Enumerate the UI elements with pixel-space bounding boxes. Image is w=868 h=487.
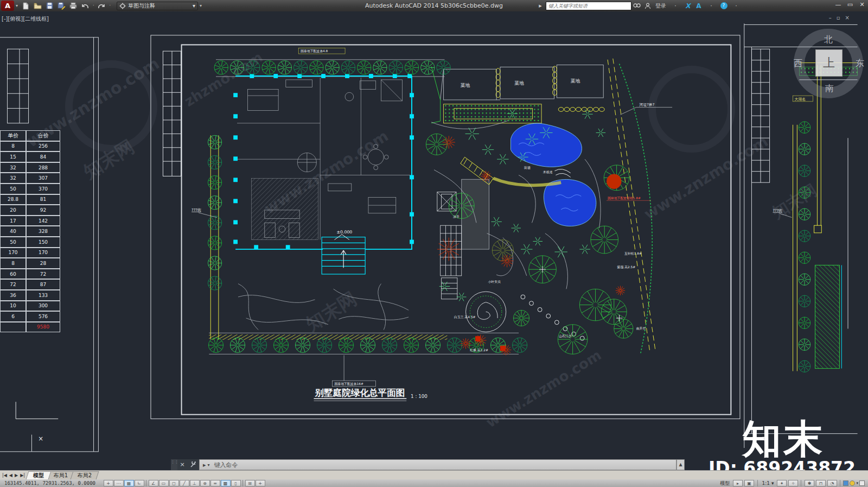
transparency-toggle[interactable]: ▩ bbox=[221, 480, 231, 486]
command-prompt-icon: ▸ bbox=[203, 461, 206, 469]
price-table-row: 1584 bbox=[0, 151, 61, 162]
lineweight-toggle[interactable]: ≡ bbox=[210, 480, 220, 486]
price-table-row: 6576 bbox=[0, 311, 61, 322]
quick-properties-toggle[interactable]: ▯ bbox=[231, 480, 241, 486]
lagerstroemia-label: 紫薇 高2.5# bbox=[617, 265, 636, 269]
autocad-app-logo[interactable]: A bbox=[1, 1, 14, 11]
3dosnap-toggle[interactable]: ◻ bbox=[169, 480, 179, 486]
viewcube-east[interactable]: 东 bbox=[856, 58, 864, 69]
deck-label: 木栈道 bbox=[542, 170, 553, 174]
workspace-switching-icon[interactable]: ✱ bbox=[805, 480, 814, 486]
user-icon[interactable] bbox=[642, 2, 653, 10]
price-table-row: 10300 bbox=[0, 301, 61, 312]
price-table-row: 17142 bbox=[0, 216, 61, 226]
undo-button[interactable] bbox=[80, 1, 91, 11]
drawing-canvas[interactable]: [-][俯视][二维线框] – ▫ × bbox=[0, 11, 868, 470]
infer-constraints-toggle[interactable]: + bbox=[104, 480, 113, 486]
qat-customize-caret[interactable]: ▾ bbox=[200, 3, 202, 8]
pond bbox=[510, 123, 596, 226]
search-icon[interactable] bbox=[631, 2, 642, 10]
vegetable-plots bbox=[431, 65, 603, 123]
viewcube-west[interactable]: 西 bbox=[794, 58, 802, 69]
minimize-button[interactable]: — bbox=[834, 1, 842, 8]
privet-label: 小叶女贞 bbox=[488, 280, 501, 283]
autodesk360-icon[interactable]: A bbox=[693, 2, 704, 10]
save-as-button[interactable] bbox=[56, 1, 67, 11]
command-tools-icon[interactable] bbox=[187, 459, 199, 470]
next-tab-button[interactable]: ▶ bbox=[15, 473, 18, 478]
annotation-scale-button[interactable]: 1:1 ▾ bbox=[762, 480, 774, 486]
dynamic-input-toggle[interactable]: ⊕ bbox=[200, 480, 210, 486]
command-bar-close-icon[interactable]: × bbox=[177, 459, 187, 470]
price-table-row: 828 bbox=[0, 258, 61, 269]
redo-dropdown-caret[interactable]: · bbox=[110, 3, 111, 8]
pond-label: 荷塘 bbox=[524, 166, 531, 170]
plot-button[interactable] bbox=[68, 1, 79, 11]
new-file-button[interactable] bbox=[20, 1, 31, 11]
price-table-row: 7287 bbox=[0, 279, 61, 290]
bottom-note-label: 园泰地下配皮条16# bbox=[335, 382, 363, 386]
magnolia-label: 白玉兰 高4.5# bbox=[454, 315, 476, 319]
price-table-row: 32288 bbox=[0, 162, 61, 173]
viewcube[interactable]: 北 西 东 南 上 bbox=[789, 27, 868, 108]
street-label: ???街 bbox=[192, 208, 201, 212]
infocenter-collapse-arrow[interactable]: ▸ bbox=[535, 2, 546, 10]
ortho-mode-toggle[interactable]: ∟ bbox=[135, 480, 144, 486]
price-table-row: 28.881 bbox=[0, 194, 61, 205]
nandina-label: 南天竹 bbox=[636, 327, 646, 330]
open-file-button[interactable] bbox=[32, 1, 43, 11]
prev-tab-button[interactable]: ◀ bbox=[9, 473, 12, 478]
logo-dropdown-caret[interactable]: ▾ bbox=[16, 3, 18, 8]
save-button[interactable] bbox=[44, 1, 55, 11]
grid-display-toggle[interactable]: ▦ bbox=[124, 480, 134, 486]
model-space-button[interactable]: 模型 bbox=[720, 480, 730, 487]
restore-button[interactable]: ▭ bbox=[846, 1, 854, 8]
viewcube-top-face[interactable]: 上 bbox=[815, 49, 843, 77]
object-snap-tracking-toggle[interactable]: ╱ bbox=[180, 480, 189, 486]
first-tab-button[interactable]: |◀ bbox=[2, 473, 7, 478]
close-button[interactable]: ✕ bbox=[858, 1, 866, 8]
workspace-label: 草图与注释 bbox=[128, 2, 193, 10]
search-input[interactable] bbox=[546, 2, 631, 10]
viewcube-north[interactable]: 北 bbox=[824, 34, 833, 46]
hardware-acceleration-icon[interactable]: ◔ bbox=[827, 480, 837, 486]
signin-link[interactable]: 登录 bbox=[655, 2, 666, 10]
pine-label: 五针松1.8# bbox=[624, 251, 642, 255]
redo-button[interactable] bbox=[97, 1, 107, 11]
undo-dropdown-caret[interactable]: · bbox=[93, 3, 94, 8]
clean-screen-button[interactable] bbox=[859, 480, 865, 486]
exchange-apps-icon[interactable]: Ⅹ bbox=[682, 2, 693, 10]
viewcube-south[interactable]: 南 bbox=[825, 83, 834, 94]
tab-model[interactable]: 模型 bbox=[26, 471, 52, 479]
last-tab-button[interactable]: ▶| bbox=[20, 473, 25, 478]
price-table: 单价 合价 8256158432288323075037028.88120921… bbox=[0, 130, 61, 332]
workspace-dropdown[interactable]: 草图与注释 ▾ bbox=[117, 2, 198, 10]
infocenter: ▸ 登录 · Ⅹ A · ? · bbox=[535, 1, 743, 10]
object-snap-toggle[interactable]: ▭ bbox=[159, 480, 169, 486]
selection-cycling-toggle[interactable]: ⊞ bbox=[245, 480, 255, 486]
command-input-field[interactable]: ▸ ▾ 键入命令 bbox=[199, 459, 676, 470]
isolate-objects-icon[interactable] bbox=[850, 480, 855, 486]
snap-mode-toggle[interactable]: ⋯ bbox=[114, 480, 124, 486]
status-menu-caret[interactable]: ▾ bbox=[856, 481, 858, 485]
tab-layout2[interactable]: 布局2 bbox=[71, 471, 99, 479]
gear-icon bbox=[119, 3, 126, 9]
help-icon[interactable]: ? bbox=[718, 2, 729, 10]
command-history-button[interactable]: ▲ bbox=[676, 459, 685, 470]
ucs-icon bbox=[16, 402, 58, 419]
annotation-monitor-toggle[interactable]: + bbox=[256, 480, 265, 486]
coordinates-readout: 163145.4011, 72931.2563, 0.0000 bbox=[0, 480, 103, 486]
quick-view-drawings-icon[interactable]: ▣ bbox=[744, 480, 754, 486]
status-extra-blue-icon[interactable] bbox=[843, 480, 848, 486]
command-bar-grip[interactable]: ⋮⋮ bbox=[171, 459, 177, 470]
toolbar-lock-icon[interactable]: ⊓ bbox=[816, 480, 826, 486]
quick-view-layouts-icon[interactable]: ▸ bbox=[733, 480, 743, 486]
svg-text:菜地: 菜地 bbox=[461, 83, 470, 88]
recent-commands-caret[interactable]: ▾ bbox=[208, 463, 210, 467]
dynamic-ucs-toggle[interactable]: ⊥ bbox=[190, 480, 200, 486]
sheet-title: 别墅庭院绿化总平面图 bbox=[314, 388, 405, 398]
annotation-visibility-icon[interactable]: ✦ bbox=[777, 480, 787, 486]
workspace-caret: ▾ bbox=[193, 3, 195, 9]
autoscale-icon[interactable]: ✧ bbox=[788, 480, 798, 486]
polar-tracking-toggle[interactable]: ∠ bbox=[149, 480, 158, 486]
